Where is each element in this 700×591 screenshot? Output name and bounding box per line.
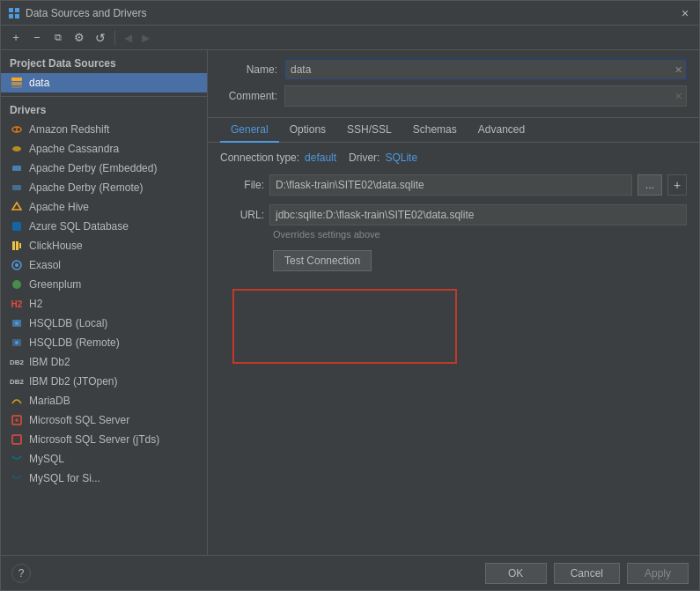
svg-rect-2 bbox=[9, 14, 13, 18]
project-section-header: Project Data Sources bbox=[1, 50, 207, 73]
window-title: Data Sources and Drivers bbox=[26, 7, 678, 19]
sidebar-item-amazon-redshift[interactable]: Amazon Redshift bbox=[1, 120, 207, 139]
ibm-db2-icon: DB2 bbox=[10, 355, 24, 369]
sidebar-item-apache-derby-embedded[interactable]: Apache Derby (Embedded) bbox=[1, 159, 207, 178]
tab-content-general: Connection type: default Driver: SQLite … bbox=[208, 143, 699, 555]
h2-label: H2 bbox=[29, 298, 42, 310]
name-label: Name: bbox=[220, 63, 277, 76]
toolbar: + − ⧉ ⚙ ↺ ◀ ▶ bbox=[1, 26, 699, 50]
apache-cassandra-icon bbox=[10, 142, 24, 156]
drivers-section-header: Drivers bbox=[1, 96, 207, 120]
mssql-label: Microsoft SQL Server bbox=[29, 414, 129, 426]
name-input-wrapper: ✕ bbox=[284, 59, 687, 80]
svg-rect-15 bbox=[16, 241, 18, 250]
svg-rect-3 bbox=[15, 14, 19, 18]
footer-buttons: OK Cancel Apply bbox=[485, 563, 689, 584]
ibm-db2-jtopen-label: IBM Db2 (JTOpen) bbox=[29, 375, 117, 388]
clickhouse-label: ClickHouse bbox=[29, 240, 83, 252]
greenplum-label: Greenplum bbox=[29, 278, 81, 291]
svg-rect-0 bbox=[9, 8, 13, 12]
mysql-si-icon bbox=[10, 471, 24, 485]
sidebar-item-ibm-db2[interactable]: DB2 IBM Db2 bbox=[1, 352, 207, 372]
sidebar-item-hsqldb-remote[interactable]: HSQLDB (Remote) bbox=[1, 333, 207, 352]
apache-derby-embedded-icon bbox=[10, 161, 24, 175]
add-button[interactable]: + bbox=[6, 28, 26, 48]
file-input[interactable] bbox=[269, 174, 632, 196]
cancel-button[interactable]: Cancel bbox=[554, 563, 620, 584]
hsqldb-local-icon bbox=[10, 316, 24, 330]
amazon-redshift-icon bbox=[10, 122, 24, 137]
help-button[interactable]: ? bbox=[11, 564, 31, 583]
right-panel: Name: ✕ Comment: ✕ General Opti bbox=[208, 50, 699, 555]
apache-hive-label: Apache Hive bbox=[29, 201, 89, 213]
ibm-db2-jtopen-icon: DB2 bbox=[10, 374, 24, 388]
test-connection-button[interactable]: Test Connection bbox=[273, 250, 372, 271]
sidebar-item-clickhouse[interactable]: ClickHouse bbox=[1, 236, 207, 255]
svg-rect-1 bbox=[15, 8, 19, 12]
main-window: Data Sources and Drivers × + − ⧉ ⚙ ↺ ◀ ▶… bbox=[0, 0, 700, 591]
mariadb-label: MariaDB bbox=[29, 395, 70, 407]
refresh-button[interactable]: ↺ bbox=[91, 28, 110, 48]
file-label: File: bbox=[220, 179, 264, 191]
svg-point-23 bbox=[15, 341, 18, 344]
svg-point-9 bbox=[12, 146, 21, 151]
remove-button[interactable]: − bbox=[27, 28, 47, 48]
apache-derby-remote-label: Apache Derby (Remote) bbox=[29, 181, 143, 194]
comment-input-wrapper: ✕ bbox=[284, 85, 687, 107]
tab-general[interactable]: General bbox=[220, 118, 279, 143]
sidebar-item-azure-sql[interactable]: Azure SQL Database bbox=[1, 217, 207, 236]
tab-ssh-ssl[interactable]: SSH/SSL bbox=[336, 118, 402, 143]
comment-input[interactable] bbox=[284, 85, 687, 107]
driver-value[interactable]: SQLite bbox=[385, 151, 417, 164]
greenplum-icon bbox=[10, 277, 24, 292]
svg-point-18 bbox=[15, 263, 18, 267]
sidebar-item-apache-derby-remote[interactable]: Apache Derby (Remote) bbox=[1, 178, 207, 197]
sidebar-item-apache-hive[interactable]: Apache Hive bbox=[1, 197, 207, 217]
sidebar-item-hsqldb-local[interactable]: HSQLDB (Local) bbox=[1, 314, 207, 333]
name-clear-icon[interactable]: ✕ bbox=[674, 64, 682, 76]
file-row: File: ... + bbox=[220, 174, 687, 196]
sidebar-item-exasol[interactable]: Exasol bbox=[1, 255, 207, 275]
file-browse-button[interactable]: ... bbox=[637, 174, 662, 196]
apply-button[interactable]: Apply bbox=[627, 563, 689, 584]
main-content: Project Data Sources data Drivers bbox=[1, 50, 699, 555]
svg-rect-13 bbox=[12, 222, 21, 231]
svg-rect-5 bbox=[11, 82, 22, 85]
driver-label-text: Driver: bbox=[349, 151, 379, 164]
comment-clear-icon[interactable]: ✕ bbox=[674, 91, 682, 102]
url-input[interactable] bbox=[269, 204, 687, 225]
hsqldb-local-label: HSQLDB (Local) bbox=[29, 317, 107, 329]
sidebar-item-mssql[interactable]: Microsoft SQL Server bbox=[1, 410, 207, 430]
svg-rect-16 bbox=[19, 243, 21, 248]
file-add-button[interactable]: + bbox=[667, 174, 687, 196]
tab-advanced[interactable]: Advanced bbox=[468, 118, 535, 143]
svg-rect-6 bbox=[11, 86, 22, 88]
close-button[interactable]: × bbox=[678, 6, 692, 20]
sidebar-item-mysql[interactable]: MySQL bbox=[1, 449, 207, 469]
apache-derby-embedded-label: Apache Derby (Embedded) bbox=[29, 162, 157, 174]
connection-type-value[interactable]: default bbox=[305, 151, 336, 164]
hsqldb-remote-label: HSQLDB (Remote) bbox=[29, 336, 120, 349]
tab-schemas[interactable]: Schemas bbox=[402, 118, 468, 143]
sidebar-item-h2[interactable]: H2 H2 bbox=[1, 294, 207, 314]
svg-rect-4 bbox=[11, 78, 22, 81]
window-icon bbox=[8, 7, 20, 19]
sidebar-item-apache-cassandra[interactable]: Apache Cassandra bbox=[1, 139, 207, 159]
ok-button[interactable]: OK bbox=[485, 563, 547, 584]
apache-cassandra-label: Apache Cassandra bbox=[29, 143, 119, 155]
sidebar-item-ibm-db2-jtopen[interactable]: DB2 IBM Db2 (JTOpen) bbox=[1, 372, 207, 391]
sidebar-item-mssql-jtds[interactable]: Microsoft SQL Server (jTds) bbox=[1, 430, 207, 449]
name-input[interactable] bbox=[284, 59, 687, 80]
svg-point-21 bbox=[15, 321, 18, 325]
sidebar-item-mariadb[interactable]: MariaDB bbox=[1, 391, 207, 410]
copy-button[interactable]: ⧉ bbox=[48, 28, 68, 48]
sidebar-item-greenplum[interactable]: Greenplum bbox=[1, 275, 207, 294]
sidebar-item-mysql-si[interactable]: MySQL for Si... bbox=[1, 469, 207, 488]
sidebar: Project Data Sources data Drivers bbox=[1, 50, 208, 555]
tab-options[interactable]: Options bbox=[279, 118, 336, 143]
svg-marker-12 bbox=[12, 203, 21, 210]
exasol-icon bbox=[10, 258, 24, 272]
sidebar-item-data[interactable]: data bbox=[1, 73, 207, 92]
sidebar-data-label: data bbox=[29, 77, 49, 89]
settings-button[interactable]: ⚙ bbox=[70, 28, 89, 48]
